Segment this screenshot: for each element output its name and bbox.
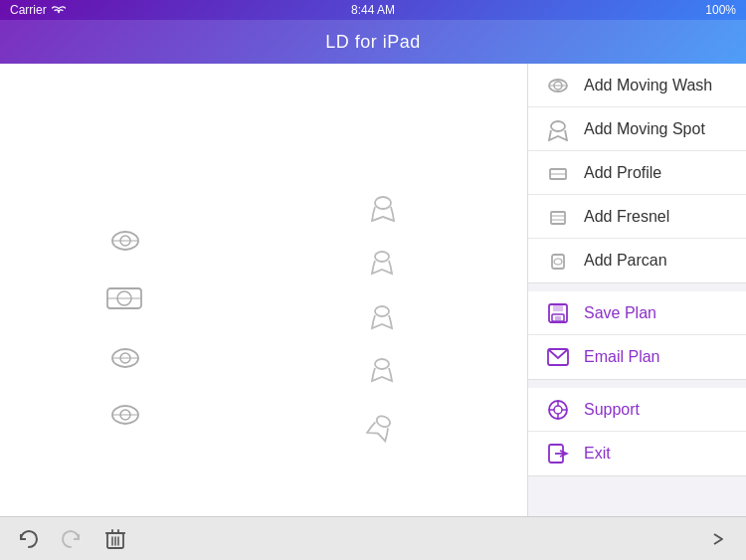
fixture-moving-wash-3[interactable] — [107, 340, 143, 380]
fixture-par-5[interactable] — [360, 408, 400, 451]
menu-gap-2 — [528, 380, 746, 388]
exit-label: Exit — [584, 445, 611, 463]
fixture-par-4[interactable] — [368, 355, 396, 389]
support-icon — [544, 396, 572, 424]
add-fresnel-label: Add Fresnel — [584, 208, 669, 226]
title-bar: LD for iPad — [0, 20, 746, 64]
svg-line-14 — [383, 217, 394, 221]
svg-rect-33 — [555, 316, 561, 320]
svg-point-22 — [551, 121, 565, 131]
parcan-icon — [544, 247, 572, 275]
menu-section-plan: Save Plan Email Plan — [528, 291, 746, 380]
status-bar: Carrier 8:44 AM 100% — [0, 0, 746, 20]
menu-item-add-moving-wash[interactable]: Add Moving Wash — [528, 64, 746, 107]
svg-point-29 — [554, 259, 562, 265]
canvas-area[interactable] — [0, 64, 527, 560]
delete-button[interactable] — [99, 523, 131, 555]
add-moving-spot-label: Add Moving Spot — [584, 120, 705, 138]
svg-line-13 — [372, 217, 383, 221]
menu-item-exit[interactable]: Exit — [528, 432, 746, 475]
profile-icon — [544, 159, 572, 187]
redo-button[interactable] — [56, 523, 88, 555]
svg-point-16 — [375, 306, 389, 316]
menu-item-save-plan[interactable]: Save Plan — [528, 291, 746, 335]
menu-item-add-fresnel[interactable]: Add Fresnel — [528, 195, 746, 239]
support-label: Support — [584, 401, 640, 419]
fresnel-icon — [544, 203, 572, 231]
svg-point-17 — [375, 359, 389, 369]
menu-item-add-moving-spot[interactable]: Add Moving Spot — [528, 107, 746, 151]
menu-item-support[interactable]: Support — [528, 388, 746, 432]
main-area: Add Moving Wash Add Moving Spot — [0, 64, 746, 560]
moving-wash-icon — [544, 72, 572, 99]
collapse-button[interactable] — [702, 523, 734, 555]
add-parcan-label: Add Parcan — [584, 252, 667, 270]
exit-icon — [544, 440, 572, 467]
add-moving-wash-label: Add Moving Wash — [584, 77, 712, 94]
menu-section-other: Support Exit — [528, 388, 746, 476]
svg-rect-31 — [553, 304, 563, 311]
add-profile-label: Add Profile — [584, 164, 661, 182]
menu-item-add-parcan[interactable]: Add Parcan — [528, 239, 746, 282]
menu-section-add: Add Moving Wash Add Moving Spot — [528, 64, 746, 283]
carrier-label: Carrier — [10, 3, 47, 17]
email-icon — [544, 343, 572, 371]
toolbar-left-group — [12, 523, 131, 555]
email-plan-label: Email Plan — [584, 348, 659, 366]
menu-item-email-plan[interactable]: Email Plan — [528, 335, 746, 379]
wifi-icon — [52, 5, 66, 15]
fixture-moving-wash-2[interactable] — [103, 280, 145, 320]
svg-point-36 — [554, 406, 562, 414]
undo-button[interactable] — [12, 523, 44, 555]
save-icon — [544, 299, 572, 327]
svg-rect-25 — [551, 212, 565, 224]
moving-spot-icon — [544, 115, 572, 143]
svg-point-12 — [375, 197, 391, 209]
app-title: LD for iPad — [325, 32, 421, 53]
save-plan-label: Save Plan — [584, 304, 656, 322]
status-time: 8:44 AM — [351, 3, 395, 17]
bottom-toolbar — [0, 516, 746, 560]
menu-gap-1 — [528, 283, 746, 291]
battery-label: 100% — [705, 3, 736, 17]
svg-point-15 — [375, 252, 389, 262]
fixture-par-3[interactable] — [368, 302, 396, 336]
fixture-moving-wash-4[interactable] — [107, 397, 143, 437]
fixture-moving-wash-1[interactable] — [107, 223, 143, 263]
menu-item-add-profile[interactable]: Add Profile — [528, 151, 746, 195]
fixture-par-1[interactable] — [368, 193, 398, 229]
sidebar-menu: Add Moving Wash Add Moving Spot — [527, 64, 746, 560]
svg-point-18 — [375, 414, 392, 429]
fixture-par-2[interactable] — [368, 248, 396, 281]
